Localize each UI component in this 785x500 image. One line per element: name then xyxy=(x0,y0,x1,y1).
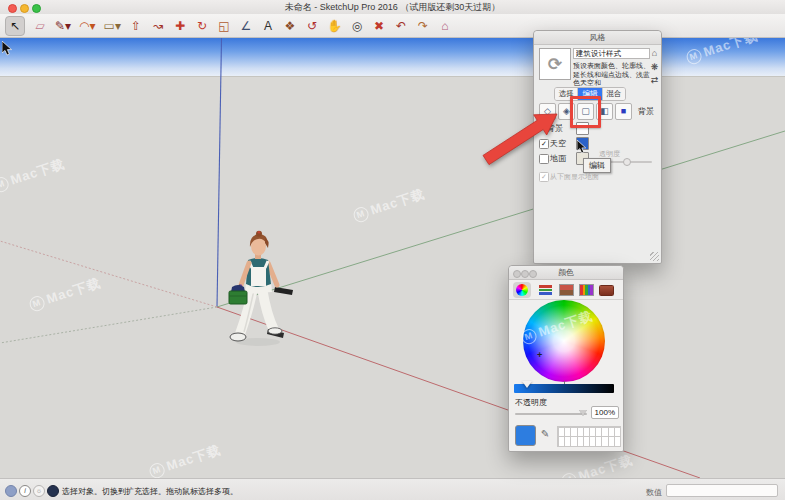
watermark-m-circle: M xyxy=(0,175,10,194)
opacity-label: 不透明度 xyxy=(515,397,547,408)
styles-panel: 风格 ⟳ 预设表面颜色、轮廓线、延长线和端点边线、浅蓝色天空和 ⌂ ❋ ⇄ 选择… xyxy=(533,30,662,264)
modeling-settings-button[interactable]: ■ xyxy=(615,103,632,120)
orbit-tool-icon[interactable]: ↺ xyxy=(305,18,319,34)
styles-panel-header[interactable]: 风格 xyxy=(534,31,661,45)
pan-tool-icon[interactable]: ✋ xyxy=(327,18,342,34)
status-bar: i ☼ 选择对象。切换到扩充选择。拖动鼠标选择多项。 数值 xyxy=(0,478,785,500)
brightness-center-tick xyxy=(564,381,565,384)
colors-minimize-button[interactable] xyxy=(521,270,529,278)
style-description: 预设表面颜色、轮廓线、延长线和端点边线、浅蓝色天空和 xyxy=(573,62,650,88)
tab-mix[interactable]: 混合 xyxy=(603,88,625,100)
geolocation-icon[interactable] xyxy=(5,485,17,497)
text-tool-icon[interactable]: A xyxy=(261,18,275,34)
opacity-value-box[interactable]: 100% xyxy=(591,406,619,419)
colors-zoom-button[interactable] xyxy=(529,270,537,278)
transparency-slider-thumb[interactable] xyxy=(623,158,631,166)
push-pull-tool-icon[interactable]: ⇧ xyxy=(129,18,143,34)
slider-bar-green xyxy=(539,289,552,292)
status-message: 选择对象。切换到扩充选择。拖动鼠标选择多项。 xyxy=(62,486,238,497)
background-section-label: 背景 xyxy=(638,106,654,117)
colors-panel: 颜色 + 不透明度 100% ✐ xyxy=(508,265,624,452)
model-status-icon[interactable] xyxy=(47,485,59,497)
move-tool-icon[interactable]: ✚ xyxy=(173,18,187,34)
sketchup-window: 未命名 - SketchUp Pro 2016 （试用版还剩30天过期） ↖ ▱… xyxy=(0,0,785,500)
follow-me-tool-icon[interactable]: ↝ xyxy=(151,18,165,34)
slider-bar-blue xyxy=(539,292,552,295)
window-title: 未命名 - SketchUp Pro 2016 （试用版还剩30天过期） xyxy=(0,0,785,14)
watermark-m-circle: M xyxy=(560,471,579,478)
color-crayons-mode-icon[interactable] xyxy=(579,284,594,296)
watermark-m-circle: M xyxy=(352,205,371,224)
eyedropper-icon[interactable]: ✐ xyxy=(539,429,550,437)
sky-color-swatch[interactable] xyxy=(576,137,589,150)
credits-info-icon[interactable]: i xyxy=(19,485,31,497)
arc-tool-icon[interactable]: ◠▾ xyxy=(79,18,96,34)
brightness-slider-thumb[interactable] xyxy=(522,381,532,388)
style-thumbnail[interactable]: ⟳ xyxy=(539,48,571,80)
style-thumbnail-glyph: ⟳ xyxy=(548,54,562,75)
wheel-crosshair[interactable]: + xyxy=(537,350,542,360)
paint-bucket-tool-icon[interactable]: ❖ xyxy=(283,18,297,34)
color-wheel-mode-icon[interactable] xyxy=(516,284,528,296)
watermark-m-circle: M xyxy=(148,461,167,478)
shadows-status-icon[interactable]: ☼ xyxy=(33,485,45,497)
next-view-icon[interactable]: ↷ xyxy=(416,18,430,34)
color-palettes-mode-icon[interactable] xyxy=(559,284,574,296)
styles-panel-title: 风格 xyxy=(534,31,661,44)
current-color-swatch[interactable] xyxy=(515,425,536,446)
measurements-input[interactable] xyxy=(666,484,778,497)
rotate-tool-icon[interactable]: ↻ xyxy=(195,18,209,34)
color-well-grid[interactable] xyxy=(557,426,621,447)
scale-tool-icon[interactable]: ◱ xyxy=(217,18,231,34)
refresh-style-icon[interactable]: ⇄ xyxy=(649,75,660,85)
person-figure[interactable] xyxy=(225,230,295,348)
viewport-canvas[interactable]: M Mac下载 M Mac下载 M Mac下载 M Mac下载 M Mac下载 … xyxy=(0,38,785,478)
show-ground-below-checkbox[interactable]: ✓ xyxy=(539,172,549,182)
style-name-field[interactable] xyxy=(573,48,650,59)
opacity-slider-track[interactable] xyxy=(515,413,587,415)
line-tool-icon[interactable]: ✎▾ xyxy=(55,18,71,34)
rectangle-tool-icon[interactable]: ▭▾ xyxy=(104,18,121,34)
sky-checkbox[interactable]: ✓ xyxy=(539,139,549,149)
get-models-icon[interactable]: ⌂ xyxy=(438,18,452,34)
color-sliders-mode-icon[interactable] xyxy=(539,284,552,295)
annotation-highlight-box xyxy=(570,96,601,128)
zoom-tool-icon[interactable]: ◎ xyxy=(350,18,364,34)
watermark-m-circle: M xyxy=(685,47,704,66)
ground-checkbox[interactable] xyxy=(539,154,549,164)
slider-bar-red xyxy=(539,285,552,288)
show-ground-below-label: 从下面显示地面 xyxy=(550,172,599,182)
tape-measure-tool-icon[interactable]: ∠ xyxy=(239,18,253,34)
ground-label: 地面 xyxy=(550,153,566,164)
watermark-m-circle: M xyxy=(28,294,47,313)
create-style-icon[interactable]: ⌂ xyxy=(649,48,660,58)
opacity-slider-thumb[interactable] xyxy=(579,410,587,416)
watermark-m-circle: M xyxy=(520,327,539,346)
colors-panel-header[interactable]: 颜色 xyxy=(509,266,623,280)
zoom-extents-tool-icon[interactable]: ✖ xyxy=(372,18,386,34)
select-tool-icon[interactable]: ↖ xyxy=(5,16,25,36)
style-wheel-icon[interactable]: ❋ xyxy=(649,62,660,72)
main-toolbar: ↖ ▱ ✎▾ ◠▾ ▭▾ ⇧ ↝ ✚ ↻ ◱ ∠ A ❖ ↺ ✋ ◎ ✖ ↶ ↷… xyxy=(0,14,785,38)
edge-settings-button[interactable]: ◇ xyxy=(539,103,556,120)
window-titlebar[interactable]: 未命名 - SketchUp Pro 2016 （试用版还剩30天过期） xyxy=(0,0,785,15)
edit-tooltip: 编辑 xyxy=(583,158,611,173)
sky-label: 天空 xyxy=(550,138,566,149)
eraser-tool-icon[interactable]: ▱ xyxy=(33,18,47,34)
background-row-label: 背景 xyxy=(547,123,563,134)
material-brick-icon[interactable] xyxy=(599,285,614,296)
panel-resize-grip[interactable] xyxy=(650,252,659,261)
drawing-axes xyxy=(0,38,785,478)
colors-close-button[interactable] xyxy=(513,270,521,278)
measurements-label: 数值 xyxy=(646,487,662,498)
previous-view-icon[interactable]: ↶ xyxy=(394,18,408,34)
